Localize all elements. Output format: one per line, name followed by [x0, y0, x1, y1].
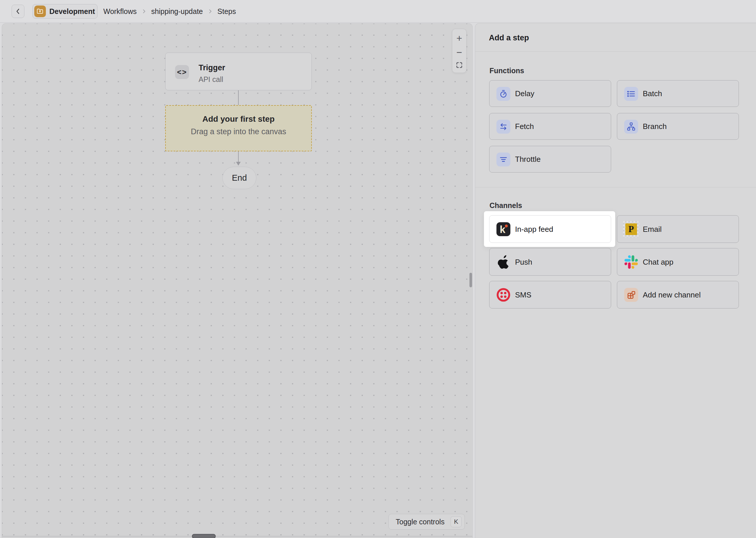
postmark-logo-icon: P: [623, 221, 639, 237]
environment-label: Development: [49, 7, 95, 16]
zoom-out-button[interactable]: −: [456, 47, 462, 57]
function-card-batch[interactable]: Batch: [617, 80, 739, 107]
chevron-right-icon: [207, 8, 213, 15]
breadcrumb-workflow-name[interactable]: shipping-update: [151, 7, 203, 16]
toggle-controls-label: Toggle controls: [396, 518, 445, 526]
function-card-branch[interactable]: Branch: [617, 113, 739, 140]
connector-line: [238, 90, 239, 105]
chevron-left-icon: [14, 8, 22, 15]
function-card-delay[interactable]: Delay: [489, 80, 611, 107]
vertical-scrollbar[interactable]: [469, 273, 472, 287]
channel-card-chat-app[interactable]: Chat app: [617, 248, 739, 276]
add-step-panel: Add a step Functions Delay Batch Fetch: [475, 23, 756, 538]
app-root: Development Workflows shipping-update St…: [0, 0, 756, 538]
environment-selector[interactable]: Development: [32, 4, 98, 19]
trigger-subtitle: API call: [199, 75, 223, 84]
breadcrumb: Workflows shipping-update Steps: [103, 0, 236, 23]
trigger-title: Trigger: [199, 63, 225, 72]
delay-icon: [496, 87, 510, 101]
channel-card-push[interactable]: Push: [489, 248, 611, 276]
panel-divider: [475, 51, 756, 52]
batch-icon: [624, 87, 638, 101]
fetch-icon: [496, 120, 510, 134]
throttle-icon: [496, 152, 510, 166]
breadcrumb-workflows[interactable]: Workflows: [103, 7, 137, 16]
knock-logo-icon: k: [496, 222, 510, 236]
connector-line: [238, 151, 239, 162]
topbar: Development Workflows shipping-update St…: [0, 0, 756, 23]
add-first-step-dropzone[interactable]: Add your first step Drag a step into the…: [165, 105, 312, 151]
environment-folder-icon: [34, 6, 46, 17]
twilio-logo-icon: [496, 288, 510, 302]
workflow-canvas[interactable]: <> Trigger API call Add your first step …: [2, 23, 473, 538]
slack-logo-icon: [625, 255, 638, 269]
channel-card-sms[interactable]: SMS: [489, 281, 611, 308]
code-icon: <>: [175, 65, 189, 79]
fit-view-icon: [456, 62, 463, 69]
fit-view-button[interactable]: [456, 62, 463, 69]
functions-section-label: Functions: [490, 67, 524, 75]
toggle-controls-button[interactable]: Toggle controls K: [389, 514, 465, 530]
zoom-in-button[interactable]: +: [456, 33, 462, 43]
trigger-node[interactable]: <> Trigger API call: [165, 53, 312, 90]
channels-section-label: Channels: [490, 201, 522, 210]
dropzone-title: Add your first step: [166, 114, 311, 124]
end-node: End: [222, 167, 256, 189]
apple-logo-icon: [497, 255, 510, 269]
channel-card-in-app-feed[interactable]: k In-app feed: [489, 215, 611, 243]
keyboard-shortcut-badge: K: [450, 516, 462, 527]
breadcrumb-steps: Steps: [217, 7, 236, 16]
chevron-right-icon: [141, 8, 147, 15]
end-label: End: [232, 173, 247, 183]
back-button[interactable]: [12, 5, 24, 18]
channel-card-add-new[interactable]: Add new channel: [617, 281, 739, 308]
add-new-channel-icon: [624, 288, 638, 302]
zoom-controls: + −: [452, 29, 467, 73]
channel-card-email[interactable]: P Email: [617, 215, 739, 243]
connector-arrowhead: [236, 162, 241, 166]
horizontal-scrollbar[interactable]: [192, 534, 216, 538]
branch-icon: [624, 120, 638, 134]
function-card-throttle[interactable]: Throttle: [489, 146, 611, 173]
dropzone-subtitle: Drag a step into the canvas: [166, 127, 311, 136]
panel-divider: [475, 187, 756, 188]
function-card-fetch[interactable]: Fetch: [489, 113, 611, 140]
panel-title: Add a step: [489, 33, 529, 42]
horizontal-scrollbar-track: [2, 536, 472, 537]
